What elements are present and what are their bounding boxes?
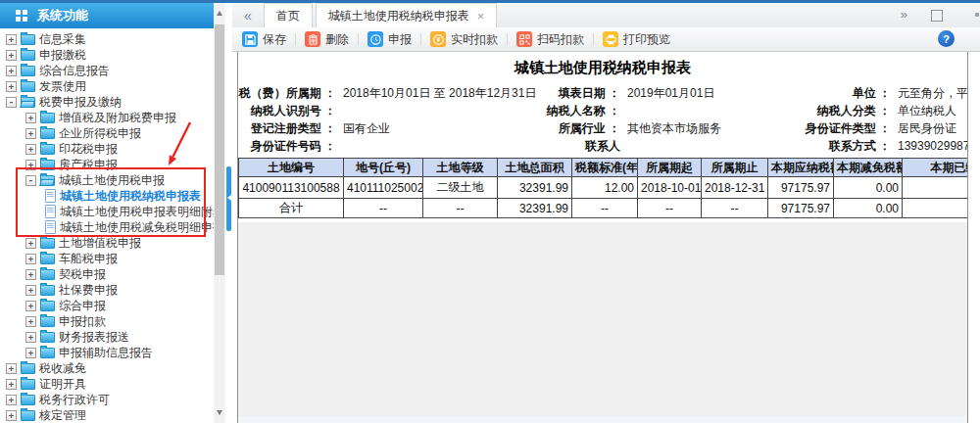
collapse-tabs-icon[interactable]: « <box>244 8 252 24</box>
field-label: 填表日期 ： <box>518 84 620 102</box>
svg-text:¥: ¥ <box>436 35 440 42</box>
tree-item[interactable]: +发票使用 <box>0 78 214 94</box>
toolbar-button-label: 扫码扣款 <box>537 31 584 48</box>
tree-item[interactable]: +信息采集 <box>0 31 214 47</box>
tree-item[interactable]: +房产税申报 <box>0 157 214 172</box>
expand-icon[interactable]: + <box>6 379 17 390</box>
scroll-down-icon[interactable] <box>217 410 222 415</box>
table-cell[interactable] <box>903 177 968 199</box>
tree-item[interactable]: +车船税申报 <box>0 251 214 266</box>
toolbar-button-print-preview[interactable]: 打印预览 <box>603 31 670 48</box>
collapse-icon[interactable]: - <box>25 175 36 186</box>
expand-icon[interactable]: + <box>6 81 17 92</box>
expand-icon[interactable]: + <box>6 395 17 405</box>
tree-item-label: 城镇土地使用税申报 <box>59 172 165 189</box>
sidebar-header[interactable]: 系统功能 <box>0 3 214 28</box>
scrollbar-thumb[interactable] <box>215 24 224 275</box>
tree-item[interactable]: +增值税及附加税费申报 <box>0 110 214 125</box>
tree-item[interactable]: +综合申报 <box>0 298 214 313</box>
tab-label: 城镇土地使用税纳税申报表 <box>328 8 469 24</box>
expand-icon[interactable]: + <box>25 269 36 280</box>
tree-item[interactable]: +土地增值税申报 <box>0 235 214 251</box>
expand-icon[interactable]: + <box>25 113 36 123</box>
tree-item[interactable]: +税务行政许可 <box>0 392 214 407</box>
toolbar-button-save[interactable]: 保存 <box>242 31 286 48</box>
maximize-icon[interactable] <box>931 10 943 22</box>
tree-item[interactable]: +申报辅助信息报告 <box>0 345 214 360</box>
total-cell: -- <box>702 199 768 218</box>
sidebar-splitter[interactable] <box>225 3 232 423</box>
tree-item[interactable]: +申报缴税 <box>0 47 214 63</box>
table-cell[interactable]: 410111025002 <box>344 177 423 199</box>
table-cell[interactable]: 2018-10-01 <box>638 177 702 199</box>
help-icon[interactable]: ? <box>938 30 955 47</box>
field-label: 纳税人分类 ： <box>783 102 891 119</box>
tree-item[interactable]: +契税申报 <box>0 266 214 282</box>
toolbar: 保存删除申报¥实时扣款扫码扣款打印预览 ? <box>232 27 980 52</box>
tree-item[interactable]: +财务报表报送 <box>0 329 214 345</box>
table-cell[interactable]: 0.00 <box>834 177 903 199</box>
tree-item[interactable]: 城镇土地使用税申报表明细附表 <box>0 204 214 219</box>
tree-item[interactable]: +核定管理 <box>0 407 214 423</box>
expand-icon[interactable]: + <box>25 348 36 358</box>
tree-item[interactable]: 城镇土地使用税纳税申报表 <box>0 188 214 204</box>
folder-icon <box>21 410 35 421</box>
tree-item-label: 车船税申报 <box>59 251 118 267</box>
expand-icon[interactable]: + <box>25 285 36 296</box>
tree-item[interactable]: +证明开具 <box>0 376 214 392</box>
expand-icon[interactable]: + <box>25 316 36 327</box>
tab-active[interactable]: 城镇土地使用税纳税申报表× <box>316 3 498 27</box>
toolbar-button-scan-deduct[interactable]: 扫码扣款 <box>516 31 584 48</box>
tree-item-label: 财务报表报送 <box>59 329 129 346</box>
collapse-icon[interactable]: - <box>6 97 17 108</box>
expand-icon[interactable]: + <box>25 144 36 155</box>
tree-item[interactable]: +印花税申报 <box>0 141 214 157</box>
tree-item[interactable]: 城镇土地使用税减免税明细申报表 <box>0 219 214 235</box>
field-value: 居民身份证 <box>891 119 967 137</box>
expand-icon[interactable]: + <box>25 128 36 139</box>
tree-item[interactable]: -城镇土地使用税申报 <box>0 172 214 188</box>
toolbar-button-delete[interactable]: 删除 <box>305 31 349 48</box>
table-cell[interactable]: 410090113100588 <box>239 177 344 199</box>
table-cell[interactable]: 12.00 <box>572 177 638 199</box>
tree-item[interactable]: +综合信息报告 <box>0 63 214 78</box>
table-cell[interactable]: 二级土地 <box>423 177 498 199</box>
expand-icon[interactable]: + <box>25 238 36 249</box>
scroll-up-icon[interactable] <box>217 11 222 16</box>
folder-icon <box>21 66 35 76</box>
table-cell[interactable]: 32391.99 <box>498 177 572 199</box>
toolbar-button-declare[interactable]: 申报 <box>368 31 412 48</box>
expand-icon[interactable]: + <box>25 254 36 264</box>
tree-item-label: 企业所得税申报 <box>59 125 141 142</box>
tab-close-icon[interactable]: × <box>477 10 485 23</box>
tree-item-label: 土地增值税申报 <box>59 235 141 252</box>
folder-open-icon <box>21 97 35 108</box>
field-value: 其他资本市场服务 <box>620 119 783 137</box>
expand-icon[interactable]: + <box>6 50 17 61</box>
tree-item[interactable]: +申报扣款 <box>0 313 214 329</box>
table-cell[interactable]: 2018-12-31 <box>702 177 768 199</box>
expand-icon[interactable]: + <box>6 66 17 76</box>
tree-item[interactable]: +企业所得税申报 <box>0 125 214 141</box>
total-cell: -- <box>572 199 638 218</box>
sidebar-scrollbar[interactable] <box>214 3 225 423</box>
declaration-panel: 城镇土地使用税纳税申报表 税（费）所属期 ：2018年10月01日 至 2018… <box>237 52 968 423</box>
tree-item[interactable]: +社保费申报 <box>0 282 214 298</box>
toolbar-button-realtime-deduct[interactable]: ¥实时扣款 <box>430 31 498 48</box>
expand-icon[interactable]: + <box>25 332 36 343</box>
toolbar-button-label: 保存 <box>263 31 286 48</box>
form-title: 城镇土地使用税纳税申报表 <box>238 59 967 77</box>
expand-icon[interactable]: + <box>6 363 17 374</box>
tree-item[interactable]: -税费申报及缴纳 <box>0 94 214 110</box>
folder-icon <box>40 301 55 311</box>
expand-icon[interactable]: + <box>25 160 36 170</box>
table-cell[interactable]: 97175.97 <box>768 177 834 199</box>
expand-icon[interactable]: + <box>6 410 17 421</box>
tree-item[interactable]: +税收减免 <box>0 360 214 376</box>
folder-icon <box>40 160 55 170</box>
tab-home[interactable]: 首页 <box>264 3 313 27</box>
expand-icon[interactable]: + <box>25 301 36 311</box>
expand-icon[interactable]: + <box>6 34 17 45</box>
splitter-collapse-icon[interactable] <box>226 166 231 231</box>
tab-overflow-icon[interactable]: » <box>901 7 907 22</box>
